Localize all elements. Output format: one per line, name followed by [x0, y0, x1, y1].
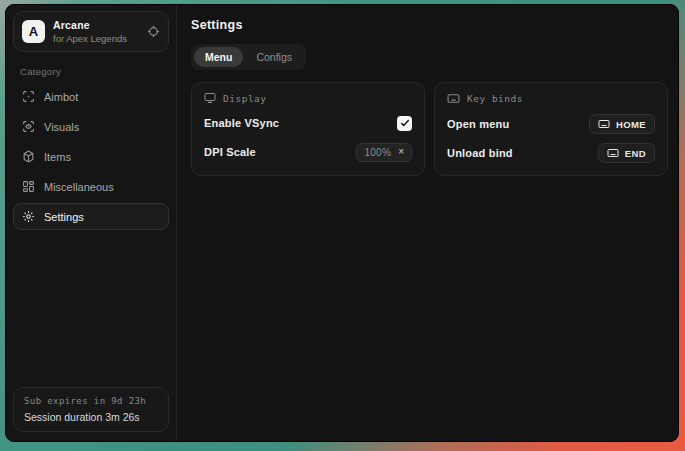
- open-menu-bind-key: HOME: [616, 119, 646, 130]
- monitor-icon: [204, 92, 216, 104]
- eye-scan-icon: [22, 120, 35, 133]
- display-card-header: Display: [204, 92, 412, 104]
- sidebar-item-items[interactable]: Items: [13, 143, 169, 170]
- subscription-info-box: Sub expires in 9d 23h Session duration 3…: [13, 387, 169, 432]
- dpi-row: DPI Scale 100% ×: [204, 142, 412, 162]
- display-card-title: Display: [223, 93, 267, 104]
- crosshair-scan-icon: [22, 90, 35, 103]
- settings-cards: Display Enable VSync DPI Scale 100% ×: [191, 82, 668, 176]
- keybinds-card: Key binds Open menu HOME Unload bin: [434, 82, 668, 176]
- sidebar-item-label: Settings: [44, 211, 84, 223]
- keyboard-icon: [598, 118, 610, 130]
- vsync-row: Enable VSync: [204, 113, 412, 133]
- sidebar-item-label: Miscellaneous: [44, 181, 114, 193]
- keybinds-card-header: Key binds: [447, 92, 655, 105]
- session-duration-text: Session duration 3m 26s: [24, 411, 158, 423]
- sidebar-item-label: Visuals: [44, 121, 79, 133]
- display-card: Display Enable VSync DPI Scale 100% ×: [191, 82, 425, 176]
- page-title: Settings: [191, 18, 668, 32]
- clear-icon[interactable]: ×: [398, 147, 404, 157]
- sidebar-item-label: Aimbot: [44, 91, 78, 103]
- category-label: Category: [20, 66, 162, 77]
- app-logo: A: [22, 20, 45, 43]
- package-icon: [22, 150, 35, 163]
- sidebar-nav: Aimbot Visuals: [6, 81, 176, 232]
- keyboard-icon: [607, 147, 619, 159]
- sidebar-item-visuals[interactable]: Visuals: [13, 113, 169, 140]
- sub-expiry-text: Sub expires in 9d 23h: [24, 396, 158, 406]
- open-menu-row: Open menu HOME: [447, 114, 655, 134]
- sidebar-item-miscellaneous[interactable]: Miscellaneous: [13, 173, 169, 200]
- sidebar-item-aimbot[interactable]: Aimbot: [13, 83, 169, 110]
- keybinds-card-title: Key binds: [467, 93, 523, 104]
- vsync-label: Enable VSync: [204, 117, 279, 129]
- unload-bind-label: Unload bind: [447, 147, 513, 159]
- sidebar-item-label: Items: [44, 151, 71, 163]
- main-content: Settings Menu Configs Display: [177, 5, 679, 441]
- tab-configs[interactable]: Configs: [245, 47, 303, 67]
- sidebar-item-settings[interactable]: Settings: [13, 203, 169, 230]
- unload-bind-key: END: [625, 148, 646, 159]
- keyboard-icon: [447, 92, 460, 105]
- tab-bar: Menu Configs: [191, 44, 306, 70]
- unload-bind-row: Unload bind END: [447, 143, 655, 163]
- app-name: Arcane: [53, 19, 139, 31]
- sidebar: A Arcane for Apex Legends Category: [6, 5, 177, 441]
- dpi-scale-input[interactable]: 100% ×: [356, 143, 412, 162]
- gear-icon: [22, 210, 35, 223]
- open-menu-label: Open menu: [447, 118, 509, 130]
- unload-bind-button[interactable]: END: [598, 143, 655, 163]
- open-menu-bind-button[interactable]: HOME: [589, 114, 655, 134]
- tab-menu[interactable]: Menu: [194, 47, 243, 67]
- dpi-label: DPI Scale: [204, 146, 256, 158]
- app-header: A Arcane for Apex Legends: [13, 11, 169, 52]
- app-titles: Arcane for Apex Legends: [53, 19, 139, 44]
- app-window: A Arcane for Apex Legends Category: [5, 4, 679, 442]
- crosshair-target-icon[interactable]: [147, 25, 160, 38]
- layout-grid-icon: [22, 180, 35, 193]
- vsync-checkbox[interactable]: [397, 116, 412, 131]
- sidebar-spacer: [6, 232, 176, 379]
- app-subtitle: for Apex Legends: [53, 33, 139, 44]
- dpi-scale-value: 100%: [364, 147, 391, 158]
